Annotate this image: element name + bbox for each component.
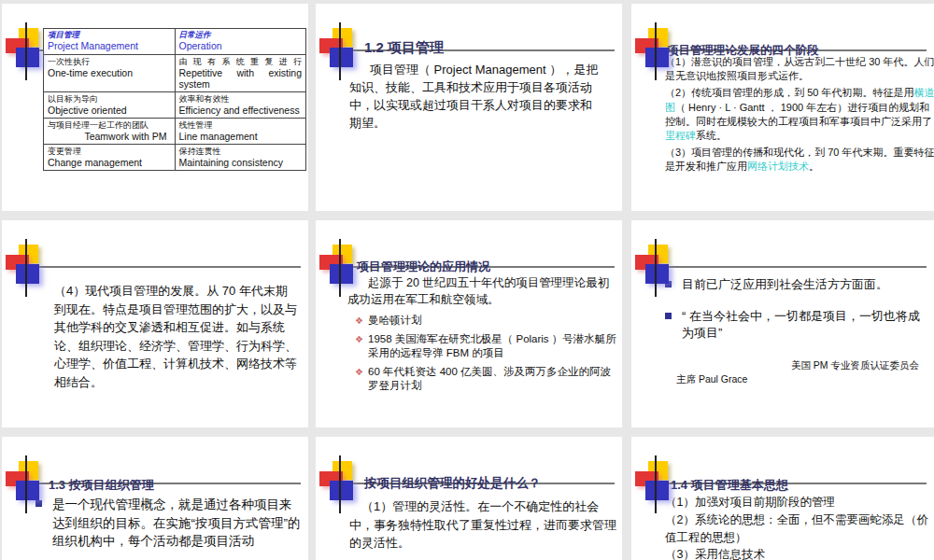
slide-body-text: （4）现代项目管理的发展。从 70 年代末期到现在。特点是项目管理范围的扩大，以…	[54, 282, 299, 391]
logo-blue-square	[645, 264, 669, 284]
list-item: ❖曼哈顿计划	[355, 314, 620, 329]
template-logo-icon	[319, 22, 364, 80]
logo-blue-square	[16, 481, 39, 500]
cell-cn: 以目标为导向	[48, 93, 171, 105]
slide-title: 项目管理理论发展的四个阶段	[667, 43, 819, 59]
cell-cn: 与项目经理一起工作的团队	[48, 119, 171, 131]
table-row: 变更管理 Change management 保持连贯性 Maintaining…	[44, 145, 306, 171]
square-bullet-icon	[665, 313, 672, 319]
diamond-bullet-icon: ❖	[355, 333, 363, 346]
paragraph-text: 系统。	[696, 130, 727, 141]
template-logo-icon	[6, 455, 50, 513]
header-en: Project Management	[48, 40, 171, 51]
diamond-bullet-icon: ❖	[355, 315, 363, 328]
slide-title: 1.2 项目管理	[364, 39, 444, 57]
list-item-text: 目前已广泛应用到社会生活方方面面。	[682, 277, 888, 291]
bullet-list: ❖曼哈顿计划 ❖1958 美国海军在研究北极星（ Polaris ）号潜水艇所采…	[355, 314, 620, 398]
table-header-row: 项目管理 Project Management 日常运作 Operation	[44, 29, 306, 55]
table-row: 一次性执行 One-time execution 由现有系统重复进行 Repet…	[44, 54, 306, 91]
template-logo-icon	[6, 239, 50, 297]
phase-3-paragraph: （3）项目管理的传播和现代化，到 70 年代末期。重要特征是开发和推广应用网络计…	[665, 146, 934, 174]
logo-blue-square	[330, 48, 353, 67]
cell-en: Objective oriented	[48, 105, 171, 116]
cell-en: One-time execution	[48, 67, 171, 78]
slide-thumbnail-2[interactable]: 1.2 项目管理 项目管理（ Project Management ），是把知识…	[316, 4, 622, 211]
slide-thumbnail-6[interactable]: 目前已广泛应用到社会生活方方面面。 “ 在当今社会中，一切都是项目，一切也将成为…	[631, 220, 934, 427]
bullet-list: 目前已广泛应用到社会生活方方面面。 “ 在当今社会中，一切都是项目，一切也将成为…	[663, 276, 925, 357]
template-logo-icon	[635, 455, 680, 513]
list-item-text: 1958 美国海军在研究北极星（ Polaris ）号潜水艇所采用的远程导弹 F…	[368, 333, 616, 359]
cell-cn: 效率和有效性	[179, 93, 303, 105]
list-item: “ 在当今社会中，一切都是项目，一切也将成为项目”	[663, 308, 925, 342]
logo-vertical-line	[25, 239, 27, 297]
phase-2-paragraph: （2）传统项目管理的形成，到 50 年代初期。特征是用横道图（ Henry · …	[665, 86, 934, 143]
pm-vs-operation-table: 项目管理 Project Management 日常运作 Operation 一…	[43, 28, 306, 171]
idea-2-line: （2）系统论的思想：全面，但不需要画蛇添足（价值工程的思想）	[665, 511, 934, 547]
header-cn: 项目管理	[48, 30, 171, 40]
cell-en: Efficiency and effectiveness	[179, 105, 303, 116]
cell-en: Repetitive with existing system	[179, 67, 303, 90]
logo-vertical-line	[655, 455, 657, 513]
cell-cn: 由现有系统重复进行	[179, 56, 303, 67]
list-item: ❖1958 美国海军在研究北极星（ Polaris ）号潜水艇所采用的远程导弹 …	[355, 332, 620, 361]
list-item-text: 是一个现代管理概念，就是通过各种项目来达到组织的目标。在实施“按项目方式管理”的…	[52, 497, 301, 548]
slide-body-text: （1）加强对项目前期阶段的管理 （2）系统论的思想：全面，但不需要画蛇添足（价值…	[665, 494, 934, 560]
list-item: ❖60 年代耗资达 400 亿美圆、涉及两万多企业的阿波罗登月计划	[355, 365, 620, 394]
header-cell-operation: 日常运作 Operation	[175, 29, 306, 55]
cell-cn: 变更管理	[48, 146, 171, 157]
slide-thumbnail-8[interactable]: 按项目组织管理的好处是什么？ （1）管理的灵活性。在一个不确定性的社会中，事务独…	[316, 437, 622, 560]
slide-body-text: （1）潜意识的项目管理，从远古到二十世纪 30 年代。人们是无意识地按照项目形式…	[665, 55, 934, 176]
logo-vertical-line	[339, 239, 341, 297]
slide-thumbnail-5[interactable]: 项目管理理论的应用情况 起源于 20 世纪四五十年代的项目管理理论最初成功运用在…	[316, 220, 622, 427]
cell-cn: 一次性执行	[48, 56, 171, 67]
slide-thumbnail-7[interactable]: 1.3 按项目组织管理 是一个现代管理概念，就是通过各种项目来达到组织的目标。在…	[2, 437, 308, 560]
quote-text: “ 在当今社会中，一切都是项目，一切也将成为项目”	[682, 309, 920, 340]
slide-thumbnail-1[interactable]: 项目管理 Project Management 日常运作 Operation 一…	[2, 4, 308, 211]
paragraph-text: （ Henry · L · Gantt ， 1900 年左右）进行项目的规划和控…	[665, 102, 932, 127]
template-logo-icon	[635, 239, 680, 297]
list-item-text: 60 年代耗资达 400 亿美圆、涉及两万多企业的阿波罗登月计划	[368, 366, 611, 392]
header-cn: 日常运作	[179, 30, 303, 40]
cell-cn: 线性管理	[179, 119, 303, 131]
cell-en: Maintaining consistency	[179, 157, 303, 168]
header-en: Operation	[179, 40, 303, 51]
table-row: 与项目经理一起工作的团队 Teamwork with PM 线性管理 Line …	[44, 119, 306, 145]
list-item-text: 曼哈顿计划	[368, 315, 422, 326]
slide-thumbnail-4[interactable]: （4）现代项目管理的发展。从 70 年代末期到现在。特点是项目管理范围的扩大，以…	[2, 220, 308, 427]
slide-body-text: （1）管理的灵活性。在一个不确定性的社会中，事务独特性取代了重复性过程，进而要求…	[349, 497, 618, 560]
paragraph-text: （2）传统项目管理的形成，到 50 年代初期。特征是用	[665, 87, 913, 98]
paragraph-text: （1）潜意识的项目管理，从远古到二十世纪 30 年代。人们是无意识地按照项目形式…	[665, 56, 934, 81]
intro-paragraph: 起源于 20 世纪四五十年代的项目管理理论最初成功运用在军工和航空领域。	[347, 275, 616, 308]
cell-en: Line management	[179, 131, 303, 142]
diamond-bullet-icon: ❖	[355, 366, 363, 379]
paragraph-text: 。	[809, 161, 819, 172]
cell-en: Change management	[48, 157, 171, 168]
header-divider	[11, 266, 301, 268]
template-logo-icon	[635, 22, 680, 80]
logo-vertical-line	[25, 22, 27, 80]
attribution-person: 主席 Paul Grace	[676, 373, 747, 386]
header-cell-pm: 项目管理 Project Management	[44, 29, 176, 55]
list-item: 是一个现代管理概念，就是通过各种项目来达到组织的目标。在实施“按项目方式管理”的…	[34, 496, 301, 551]
benefit-1-paragraph: （1）管理的灵活性。在一个不确定性的社会中，事务独特性取代了重复性过程，进而要求…	[349, 497, 618, 553]
logo-blue-square	[330, 264, 353, 284]
logo-vertical-line	[655, 239, 657, 297]
slide-title: 1.4 项目管理基本思想	[671, 477, 788, 494]
slide-thumbnail-9[interactable]: 1.4 项目管理基本思想 （1）加强对项目前期阶段的管理 （2）系统论的思想：全…	[631, 437, 934, 560]
template-logo-icon	[319, 239, 364, 297]
list-item: 目前已广泛应用到社会生活方方面面。	[663, 276, 925, 293]
slide-thumbnail-3[interactable]: 项目管理理论发展的四个阶段 （1）潜意识的项目管理，从远古到二十世纪 30 年代…	[631, 4, 934, 211]
slide-title: 项目管理理论的应用情况	[357, 259, 490, 275]
logo-vertical-line	[655, 22, 657, 80]
table-row: 以目标为导向 Objective oriented 效率和有效性 Efficie…	[44, 91, 306, 118]
bullet-list: 是一个现代管理概念，就是通过各种项目来达到组织的目标。在实施“按项目方式管理”的…	[34, 496, 301, 551]
idea-1-line: （1）加强对项目前期阶段的管理	[665, 494, 934, 511]
cell-cn: 保持连贯性	[179, 146, 303, 157]
slide-body-text: 项目管理（ Project Management ），是把知识、技能、工具和技术…	[349, 62, 603, 132]
link-network-planning: 网络计划技术	[747, 161, 809, 172]
logo-blue-square	[16, 264, 39, 284]
logo-vertical-line	[339, 22, 341, 80]
attribution-organization: 美国 PM 专业资质认证委员会	[663, 359, 919, 372]
idea-3-line: （3）采用信息技术	[665, 546, 934, 560]
cell-en: Teamwork with PM	[48, 131, 171, 142]
